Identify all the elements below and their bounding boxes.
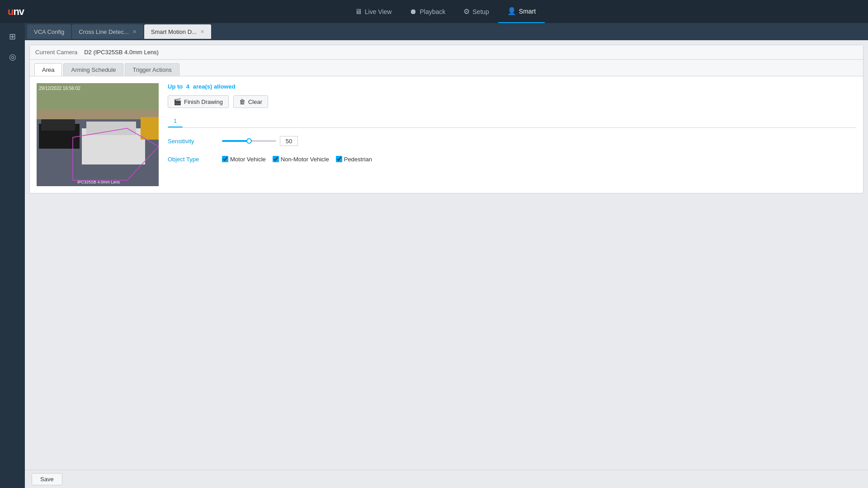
sensitivity-value-container: 50 — [222, 136, 298, 146]
tab-vca-config-label: VCA Config — [34, 28, 64, 35]
inner-tab-arming[interactable]: Arming Schedule — [63, 63, 123, 76]
inner-tab-area-label: Area — [42, 66, 54, 73]
sidebar-grid[interactable]: ⊞ — [4, 28, 22, 46]
area-allowed-text: Up to 4 area(s) allowed — [168, 83, 856, 90]
pedestrian-checkbox[interactable] — [336, 156, 342, 162]
checkbox-group: Motor Vehicle Non-Motor Vehicle Pedestri… — [222, 156, 372, 163]
tab-smart-motion-label: Smart Motion D... — [151, 28, 197, 35]
main-layout: ⊞ ◎ VCA Config Cross Line Detec... ✕ Sma… — [0, 23, 868, 488]
finish-drawing-label: Finish Drawing — [184, 99, 223, 105]
tab-bar: VCA Config Cross Line Detec... ✕ Smart M… — [25, 23, 868, 40]
save-label: Save — [40, 476, 54, 483]
tab-cross-line[interactable]: Cross Line Detec... ✕ — [72, 24, 143, 39]
number-tabs: 1 — [168, 115, 856, 128]
slider-thumb — [246, 138, 252, 144]
tab-cross-line-close[interactable]: ✕ — [132, 29, 137, 34]
nav-items: 🖥 Live View ⏺ Playback ⚙ Setup 👤 Smart — [27, 0, 863, 23]
playback-icon: ⏺ — [410, 8, 417, 16]
nav-playback[interactable]: ⏺ Playback — [401, 0, 454, 23]
object-type-checkboxes: Motor Vehicle Non-Motor Vehicle Pedestri… — [222, 156, 372, 163]
clear-button[interactable]: 🗑 Clear — [233, 95, 268, 108]
slider-container — [222, 140, 276, 142]
sensitivity-label: Sensitivity — [168, 138, 222, 145]
grid-icon: ⊞ — [9, 32, 16, 42]
camera-value: D2 (IPC325SB 4.0mm Lens) — [84, 49, 159, 56]
inner-tab-trigger[interactable]: Trigger Actions — [125, 63, 179, 76]
area-allowed-suffix: area(s) allowed — [193, 83, 236, 90]
motor-vehicle-label: Motor Vehicle — [230, 156, 266, 163]
camera-label: Current Camera — [35, 49, 77, 56]
camera-preview — [37, 83, 159, 186]
nav-setup-label: Setup — [472, 8, 489, 15]
nav-live-view-label: Live View — [365, 8, 392, 15]
setup-icon: ⚙ — [463, 7, 470, 16]
logo: unv — [5, 6, 27, 18]
main-card: Current Camera D2 (IPC325SB 4.0mm Lens) … — [29, 45, 863, 193]
area-allowed-prefix: Up to — [168, 83, 183, 90]
content-area: Current Camera D2 (IPC325SB 4.0mm Lens) … — [25, 40, 868, 488]
camera-row: Current Camera D2 (IPC325SB 4.0mm Lens) — [30, 45, 863, 60]
tab-vca-config[interactable]: VCA Config — [27, 24, 71, 39]
non-motor-vehicle-checkbox[interactable] — [273, 156, 279, 162]
motor-vehicle-checkbox[interactable] — [222, 156, 228, 162]
non-motor-vehicle-checkbox-item[interactable]: Non-Motor Vehicle — [273, 156, 329, 163]
pedestrian-checkbox-item[interactable]: Pedestrian — [336, 156, 372, 163]
settings-panel: Up to 4 area(s) allowed 🎬 Finish Drawing… — [168, 83, 856, 186]
buttons-row: 🎬 Finish Drawing 🗑 Clear — [168, 95, 856, 108]
object-type-row: Object Type Motor Vehicle Non — [168, 153, 856, 165]
inner-tabs: Area Arming Schedule Trigger Actions — [30, 60, 863, 76]
sensitivity-slider-track[interactable] — [222, 140, 276, 142]
slider-fill — [222, 140, 249, 142]
sensitivity-input[interactable]: 50 — [280, 136, 298, 146]
nav-live-view[interactable]: 🖥 Live View — [346, 0, 401, 23]
unv-logo: unv — [8, 6, 24, 18]
main-content: VCA Config Cross Line Detec... ✕ Smart M… — [25, 23, 868, 488]
clear-icon: 🗑 — [239, 98, 245, 105]
number-tab-1[interactable]: 1 — [168, 115, 183, 127]
sidebar: ⊞ ◎ — [0, 23, 25, 488]
non-motor-vehicle-label: Non-Motor Vehicle — [281, 156, 329, 163]
area-content: Up to 4 area(s) allowed 🎬 Finish Drawing… — [30, 76, 863, 193]
tab-cross-line-label: Cross Line Detec... — [79, 28, 129, 35]
inner-tab-area[interactable]: Area — [34, 63, 62, 76]
nav-playback-label: Playback — [420, 8, 445, 15]
finish-drawing-icon: 🎬 — [174, 98, 181, 105]
sensitivity-number: 50 — [286, 138, 292, 145]
tab-smart-motion[interactable]: Smart Motion D... ✕ — [144, 24, 211, 39]
inner-tab-arming-label: Arming Schedule — [71, 66, 116, 73]
pedestrian-label: Pedestrian — [344, 156, 372, 163]
bottom-bar: Save — [25, 470, 868, 488]
number-tab-1-label: 1 — [174, 117, 177, 124]
area-allowed-count: 4 — [186, 83, 189, 90]
nav-smart-label: Smart — [519, 8, 536, 15]
inner-tab-trigger-label: Trigger Actions — [132, 66, 171, 73]
monitor-icon: 🖥 — [355, 8, 362, 16]
smart-icon: 👤 — [507, 7, 516, 15]
clear-label: Clear — [248, 99, 262, 105]
preview-canvas — [37, 83, 159, 186]
save-button[interactable]: Save — [32, 473, 62, 485]
motor-vehicle-checkbox-item[interactable]: Motor Vehicle — [222, 156, 266, 163]
nav-setup[interactable]: ⚙ Setup — [454, 0, 498, 23]
top-nav: unv 🖥 Live View ⏺ Playback ⚙ Setup 👤 Sma… — [0, 0, 868, 23]
sidebar-search[interactable]: ◎ — [4, 48, 22, 66]
nav-smart[interactable]: 👤 Smart — [498, 0, 545, 23]
finish-drawing-button[interactable]: 🎬 Finish Drawing — [168, 95, 229, 108]
sensitivity-row: Sensitivity 50 — [168, 135, 856, 147]
tab-smart-motion-close[interactable]: ✕ — [200, 29, 204, 34]
search-icon: ◎ — [9, 52, 16, 62]
object-type-label: Object Type — [168, 156, 222, 163]
